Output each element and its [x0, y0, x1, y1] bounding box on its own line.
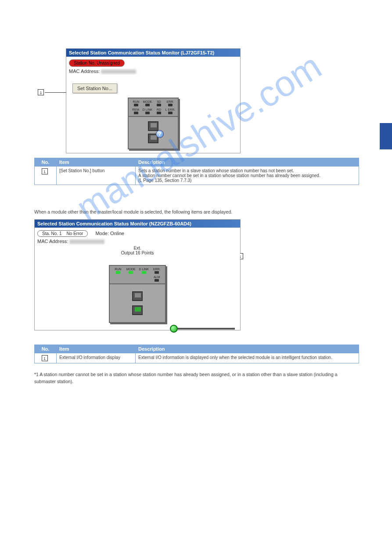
led-label-alm: ALM: [151, 276, 164, 279]
mode-value: Online: [110, 231, 124, 236]
led-label-sd: SD: [153, 100, 165, 103]
led-on-icon: [116, 271, 120, 274]
panel-title: Selected Station Communication Status Mo…: [35, 220, 240, 228]
station-status-pill: Sta. No. 1 No Error: [37, 230, 88, 237]
led-off-icon: [157, 112, 161, 114]
led-off-icon: [168, 112, 173, 114]
ethernet-port-icon: [132, 305, 143, 315]
led-off-icon: [155, 271, 159, 274]
module-graphic: RUN MODE SD ERR. REM.: [128, 98, 179, 149]
set-station-no-button[interactable]: Set Station No...: [72, 83, 117, 93]
col-header-item: Item: [57, 345, 136, 353]
row-description: External I/O information is displayed on…: [136, 353, 359, 363]
section-intro: When a module other than the master/loca…: [34, 209, 358, 216]
led-off-icon: [134, 104, 138, 106]
led-label-mode: MODE: [142, 100, 153, 103]
mac-address-value-blurred: [101, 69, 136, 74]
led-on-icon: [129, 271, 133, 274]
row-number: 1: [42, 168, 48, 174]
ethernet-port-icon: [132, 291, 143, 301]
col-header-no: No.: [35, 158, 57, 167]
cable-icon: [178, 328, 235, 330]
col-header-item: Item: [57, 158, 136, 167]
row-item: External I/O information display: [57, 353, 136, 363]
led-label-rd: RD: [153, 108, 165, 111]
led-label-run: RUN: [130, 100, 142, 103]
mac-address-label: MAC Address:: [69, 69, 100, 74]
row-number: 1: [42, 355, 48, 361]
mode-label: Mode:: [95, 231, 109, 236]
col-header-description: Description: [136, 345, 359, 353]
panel-station-unassigned: Selected Station Communication Status Mo…: [66, 48, 241, 153]
module-graphic: RUN MODE D LINK ERR. ALM: [109, 265, 166, 323]
mac-address-label: MAC Address:: [37, 239, 68, 244]
ext-value: Output 16 Points: [121, 250, 154, 255]
led-label-mode: MODE: [125, 268, 138, 271]
led-off-icon: [168, 104, 173, 106]
panel-title: Selected Station Communication Status Mo…: [66, 49, 240, 57]
link-active-icon: [170, 325, 178, 333]
col-header-description: Description: [136, 158, 359, 167]
callout-table-panel2: No. Item Description 1 External I/O info…: [34, 345, 359, 363]
led-off-icon: [134, 112, 138, 114]
led-label-lerr: L ERR.: [165, 108, 176, 111]
callout-number-1: 1: [38, 89, 46, 95]
callout-table-panel1: No. Item Description 1 [Set Station No.]…: [34, 158, 359, 185]
led-label-rem: REM.: [130, 108, 142, 111]
led-on-icon: [142, 271, 146, 274]
leader-line: [45, 92, 69, 93]
table-row: 1 External I/O information display Exter…: [35, 353, 359, 363]
row-description: Sets a station number in a slave station…: [136, 167, 359, 185]
led-label-err: ERR.: [165, 100, 176, 103]
status-badge-unassigned: Station No. Unassigned: [69, 59, 125, 67]
led-label-dlink: D LINK: [137, 268, 151, 271]
col-header-no: No.: [35, 345, 57, 353]
panel-station-assigned: Selected Station Communication Status Mo…: [34, 219, 241, 330]
led-off-icon: [145, 112, 150, 114]
table-row: 1 [Set Station No.] button Sets a statio…: [35, 167, 359, 185]
footnote: *1 A station number cannot be set in a s…: [34, 371, 358, 385]
ethernet-port-icon: [148, 121, 158, 131]
help-icon: ?: [156, 130, 164, 138]
led-label-err: ERR.: [151, 268, 164, 271]
led-off-icon: [157, 104, 161, 106]
ext-label: Ext.: [133, 246, 141, 250]
led-off-icon: [145, 104, 150, 106]
led-label-dlink: D LINK: [142, 108, 153, 111]
mac-address-value-blurred: [69, 239, 104, 244]
led-label-run: RUN: [111, 268, 125, 271]
led-off-icon: [155, 279, 159, 282]
row-item: [Set Station No.] button: [57, 167, 136, 185]
